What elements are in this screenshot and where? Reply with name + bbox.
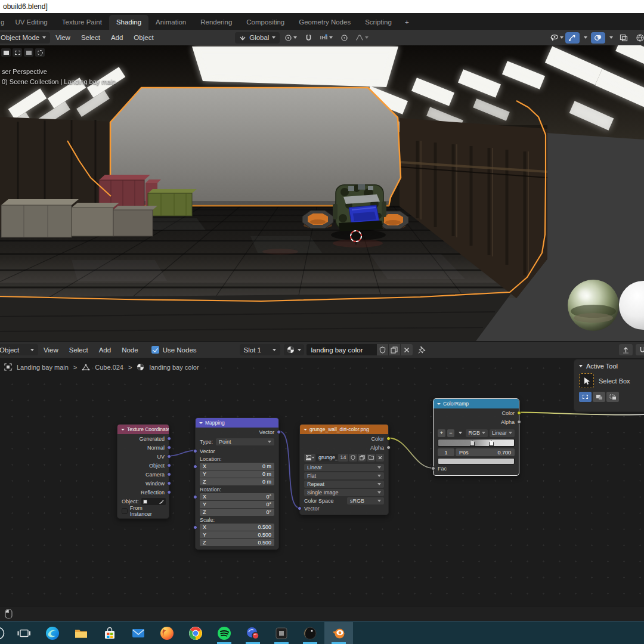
shader-node-editor[interactable]: Landing bay main > Cube.024 > landing ba… — [0, 358, 644, 606]
socket-rotation-input[interactable] — [193, 495, 197, 499]
snap-toggle[interactable] — [301, 32, 315, 44]
taskbar-start-button[interactable] — [0, 622, 10, 644]
mode-dropdown[interactable]: Object Mode — [0, 32, 50, 44]
node-header[interactable]: grunge_wall_dirt-color.png — [300, 425, 388, 434]
select-box-tool-button[interactable] — [579, 373, 594, 388]
menu-select[interactable]: Select — [76, 34, 106, 41]
remove-stop-button[interactable]: − — [447, 429, 455, 437]
socket-color-output[interactable] — [386, 436, 391, 441]
socket-reflection[interactable] — [167, 490, 171, 494]
falloff-curve-dropdown[interactable] — [355, 32, 369, 44]
socket-location-input[interactable] — [193, 465, 197, 469]
node-menu-view[interactable]: View — [38, 346, 64, 354]
socket-fac-input[interactable] — [431, 466, 435, 470]
mapping-location-x-field[interactable]: X0 m — [200, 463, 274, 470]
taskbar-blender-button[interactable] — [324, 622, 353, 644]
node-header[interactable]: ColorRamp — [434, 399, 519, 408]
xray-toggle[interactable] — [617, 32, 631, 44]
breadcrumb-mesh[interactable]: Cube.024 — [95, 364, 123, 371]
object-picker-field[interactable] — [141, 498, 166, 505]
socket-alpha-output[interactable] — [517, 420, 521, 424]
shader-type-dropdown[interactable]: Object — [0, 344, 38, 355]
unlink-material-button[interactable] — [401, 344, 413, 355]
add-stop-button[interactable]: + — [438, 429, 445, 437]
image-datablock-name[interactable]: grunge_wal.. — [316, 454, 338, 462]
color-mode-dropdown[interactable]: RGB — [466, 429, 488, 437]
mapping-scale-x-field[interactable]: X0.500 — [200, 524, 274, 531]
color-ramp-gradient[interactable] — [438, 439, 515, 447]
collapse-icon[interactable] — [437, 403, 441, 405]
taskbar-spotify-button[interactable] — [210, 622, 239, 644]
tab-compositing[interactable]: Compositing — [239, 15, 292, 30]
select-mode-extend-button[interactable] — [13, 48, 22, 57]
ramp-stop-0[interactable] — [470, 440, 475, 446]
breadcrumb-object[interactable]: Landing bay main — [17, 364, 69, 371]
unlink-image-button[interactable] — [376, 454, 384, 462]
mapping-rotation-x-field[interactable]: X0° — [200, 493, 274, 500]
snapping-icon[interactable] — [636, 344, 644, 355]
fake-user-button[interactable] — [377, 344, 389, 355]
node-menu-add[interactable]: Add — [94, 346, 116, 354]
material-browser-dropdown[interactable] — [284, 344, 304, 355]
mode-set-button[interactable] — [579, 392, 592, 402]
taskbar-edge-button[interactable] — [38, 622, 67, 644]
ramp-options-dropdown[interactable] — [456, 429, 464, 437]
ramp-interpolation-dropdown[interactable]: Linear — [490, 429, 515, 437]
select-mode-new-button[interactable] — [1, 48, 11, 57]
open-image-button[interactable] — [367, 454, 375, 462]
mapping-scale-z-field[interactable]: Z0.500 — [200, 539, 274, 546]
tab-shading[interactable]: Shading — [109, 15, 148, 30]
node-colorramp[interactable]: ColorRamp Color Alpha + − RGB Linear 1 P… — [433, 398, 519, 476]
stop-position-field[interactable]: Pos0.700 — [456, 448, 515, 456]
mode-extend-button[interactable] — [593, 392, 605, 402]
transform-orientation-dropdown[interactable]: Global — [235, 32, 280, 44]
menu-add[interactable]: Add — [106, 34, 128, 41]
landing-pad-left[interactable] — [302, 210, 333, 228]
breadcrumb-material[interactable]: landing bay color — [149, 364, 199, 371]
collapse-icon[interactable] — [121, 429, 125, 431]
select-mode-subtract-button[interactable] — [24, 48, 33, 57]
mapping-rotation-z-field[interactable]: Z0° — [200, 509, 274, 516]
socket-normal[interactable] — [167, 445, 171, 450]
tab-rendering[interactable]: Rendering — [193, 15, 239, 30]
tab-texture-paint[interactable]: Texture Paint — [55, 15, 109, 30]
interpolation-dropdown[interactable]: Linear — [304, 464, 384, 471]
socket-window[interactable] — [167, 481, 171, 485]
taskbar-mail-button[interactable] — [124, 622, 153, 644]
window-titlebar[interactable]: obuild6.blend] — [0, 0, 644, 13]
new-image-button[interactable] — [358, 454, 366, 462]
taskbar-lens-button[interactable] — [296, 622, 324, 644]
mapping-location-y-field[interactable]: Y0 m — [200, 470, 274, 478]
mapping-location-z-field[interactable]: Z0 m — [200, 478, 274, 485]
image-browser-dropdown[interactable] — [304, 454, 315, 462]
collapse-icon[interactable] — [199, 422, 203, 424]
node-image-texture[interactable]: grunge_wall_dirt-color.png Color Alpha g… — [299, 424, 389, 515]
tab-geometry-nodes[interactable]: Geometry Nodes — [292, 15, 358, 30]
active-tool-panel-header[interactable]: Active Tool — [579, 363, 639, 370]
use-nodes-toggle[interactable]: Use Nodes — [151, 346, 197, 354]
collapse-icon[interactable] — [304, 429, 307, 431]
taskbar-chrome-button[interactable] — [181, 622, 210, 644]
tab-uv-editing[interactable]: UV Editing — [8, 15, 54, 30]
select-mode-intersect-button[interactable] — [35, 48, 45, 57]
socket-color-output[interactable] — [517, 411, 521, 415]
mapping-scale-y-field[interactable]: Y0.500 — [200, 531, 274, 538]
socket-uv[interactable] — [167, 454, 171, 459]
menu-view[interactable]: View — [50, 34, 76, 41]
ramp-stop-1-selected[interactable] — [489, 440, 494, 446]
image-users-count[interactable]: 14 — [338, 454, 348, 462]
tab-animation[interactable]: Animation — [148, 15, 193, 30]
mapping-type-dropdown[interactable]: Point — [216, 438, 274, 445]
material-slot-dropdown[interactable]: Slot 1 — [240, 344, 280, 355]
socket-vector-input[interactable] — [298, 506, 302, 510]
overlays-dropdown[interactable] — [607, 32, 615, 44]
viewport-shading-dropdown[interactable] — [633, 32, 644, 44]
node-header[interactable]: Mapping — [196, 418, 278, 428]
node-menu-node[interactable]: Node — [116, 346, 144, 354]
socket-camera[interactable] — [167, 472, 171, 476]
object-visibility-dropdown[interactable] — [549, 32, 564, 44]
pin-button[interactable] — [418, 346, 426, 354]
projection-dropdown[interactable]: Flat — [304, 472, 384, 479]
taskbar-app-blue-red-button[interactable] — [239, 622, 267, 644]
source-dropdown[interactable]: Single Image — [304, 489, 384, 496]
